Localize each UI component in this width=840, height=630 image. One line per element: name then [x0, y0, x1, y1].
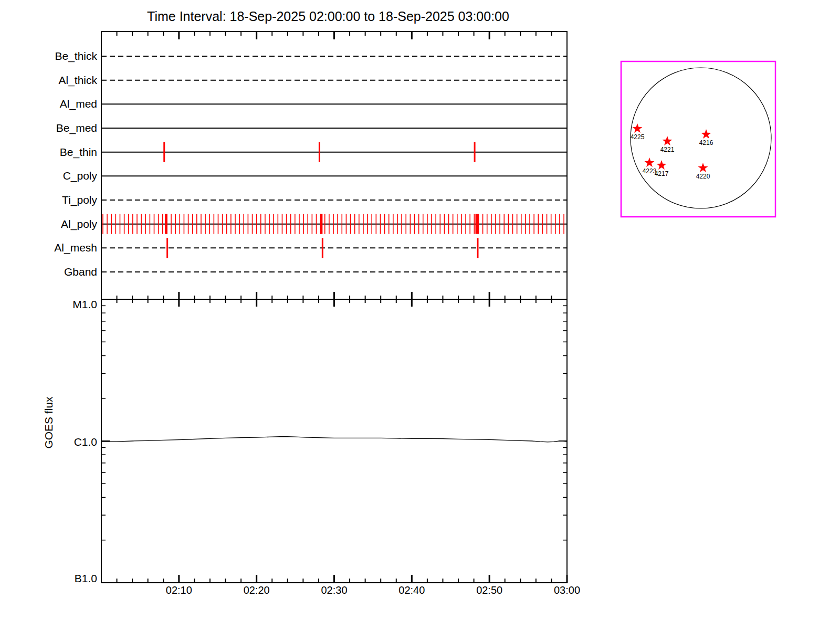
active-region-label-4220: 4220 — [687, 173, 719, 180]
x-tick-label-0250: 02:50 — [463, 584, 516, 596]
channel-label-Be_thick: Be_thick — [10, 49, 97, 63]
active-region-label-4225: 4225 — [622, 133, 653, 141]
active-region-label-4216: 4216 — [690, 139, 722, 146]
y-tick-label-c1: C1.0 — [50, 436, 97, 448]
chart-canvas — [0, 0, 840, 630]
x-tick-label-0230: 02:30 — [308, 584, 361, 596]
channel-label-Be_med: Be_med — [10, 121, 97, 135]
x-tick-label-0210: 02:10 — [153, 584, 205, 596]
page-title: Time Interval: 18-Sep-2025 02:00:00 to 1… — [84, 9, 572, 24]
channel-label-Al_poly: Al_poly — [10, 217, 97, 231]
active-region-star-4223 — [645, 158, 655, 167]
goes-panel-frame — [101, 299, 567, 583]
timeline-panel-frame — [101, 32, 567, 299]
channel-label-Al_med: Al_med — [10, 97, 97, 111]
active-region-label-4221: 4221 — [652, 146, 683, 153]
active-region-star-4221 — [663, 136, 673, 145]
channel-label-Al_mesh: Al_mesh — [10, 241, 97, 255]
active-region-star-4220 — [698, 163, 708, 172]
y-tick-label-m1: M1.0 — [50, 298, 97, 311]
y-tick-label-b1: B1.0 — [50, 572, 97, 585]
channel-label-Be_thin: Be_thin — [10, 145, 97, 159]
channel-label-Gband: Gband — [10, 265, 97, 279]
x-tick-label-0240: 02:40 — [385, 584, 438, 596]
channel-label-Al_thick: Al_thick — [10, 74, 97, 87]
active-region-star-4225 — [633, 123, 643, 133]
active-region-label-4217: 4217 — [646, 170, 677, 177]
x-tick-label-0300: 03:00 — [541, 584, 593, 596]
active-region-star-4216 — [701, 129, 711, 139]
channel-label-C_poly: C_poly — [10, 169, 97, 183]
screenshot-stage: Time Interval: 18-Sep-2025 02:00:00 to 1… — [0, 0, 840, 630]
channel-label-Ti_poly: Ti_poly — [10, 193, 97, 207]
goes-flux-curve — [101, 437, 567, 442]
x-tick-label-0220: 02:20 — [230, 584, 283, 596]
